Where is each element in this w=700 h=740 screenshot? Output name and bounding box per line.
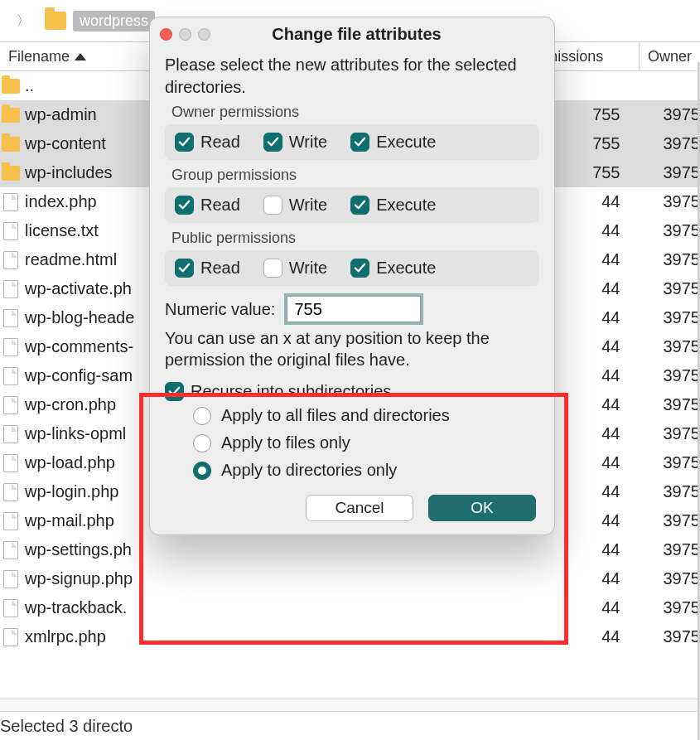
- file-perm: 755: [548, 163, 655, 182]
- file-name: xmlrpc.php: [25, 627, 548, 646]
- file-perm: 44: [548, 192, 655, 211]
- file-owner: 3975: [655, 308, 701, 327]
- file-icon: [3, 251, 18, 269]
- owner-execute-checkbox[interactable]: Execute: [350, 133, 436, 152]
- checkbox-label: Write: [289, 133, 327, 152]
- owner-permissions-label: Owner permissions: [171, 104, 539, 121]
- file-perm: 44: [548, 366, 655, 385]
- numeric-value-label: Numeric value:: [165, 300, 275, 319]
- file-owner: 3975: [655, 337, 701, 356]
- owner-write-checkbox[interactable]: Write: [263, 133, 327, 152]
- file-perm: 44: [548, 598, 655, 617]
- file-icon: [3, 599, 18, 617]
- folder-icon: [2, 79, 20, 94]
- file-perm: 44: [548, 540, 655, 559]
- file-owner: 3975: [655, 163, 701, 182]
- file-icon: [3, 628, 18, 646]
- file-perm: 44: [548, 482, 655, 501]
- ok-button[interactable]: OK: [428, 495, 536, 521]
- checkbox-icon: [175, 196, 194, 215]
- apply-dirs-radio[interactable]: Apply to directories only: [193, 461, 539, 480]
- checkbox-icon: [175, 133, 194, 152]
- checkbox-icon: [263, 259, 282, 278]
- checkbox-icon: [165, 382, 184, 401]
- file-perm: 44: [548, 250, 655, 269]
- file-owner: 3975: [655, 105, 701, 124]
- radio-icon: [193, 407, 211, 425]
- dialog-intro: Please select the new attributes for the…: [165, 54, 539, 99]
- header-owner[interactable]: Owner: [640, 42, 700, 70]
- dialog-title: Change file attributes: [210, 25, 544, 44]
- file-owner: 3975: [655, 598, 701, 617]
- group-read-checkbox[interactable]: Read: [175, 196, 240, 215]
- file-icon: [3, 193, 18, 211]
- chevron-right-icon: 〉: [17, 12, 30, 30]
- apply-all-radio[interactable]: Apply to all files and directories: [193, 406, 539, 425]
- sort-ascending-icon: [75, 53, 86, 60]
- file-icon: [3, 512, 18, 530]
- cancel-button[interactable]: Cancel: [306, 495, 413, 521]
- file-icon: [3, 454, 18, 472]
- file-owner: 3975: [655, 250, 701, 269]
- public-read-checkbox[interactable]: Read: [175, 259, 240, 278]
- radio-label: Apply to files only: [221, 433, 350, 452]
- file-owner: 3975: [655, 569, 701, 588]
- apply-files-radio[interactable]: Apply to files only: [193, 433, 539, 452]
- file-perm: 755: [548, 134, 655, 153]
- file-owner: 3975: [655, 192, 701, 211]
- minimize-icon: [179, 28, 191, 41]
- owner-read-checkbox[interactable]: Read: [175, 133, 240, 152]
- public-write-checkbox[interactable]: Write: [263, 259, 327, 278]
- table-row[interactable]: wp-signup.php443975: [0, 564, 700, 593]
- checkbox-icon: [350, 259, 369, 278]
- checkbox-icon: [263, 196, 282, 215]
- public-execute-checkbox[interactable]: Execute: [350, 259, 436, 278]
- file-icon: [3, 483, 18, 501]
- file-icon: [3, 541, 18, 559]
- file-perm: 44: [548, 424, 655, 443]
- folder-icon: [2, 166, 20, 181]
- table-row[interactable]: xmlrpc.php443975: [0, 622, 700, 651]
- recurse-checkbox[interactable]: Recurse into subdirectories: [165, 382, 539, 401]
- checkbox-icon: [175, 259, 194, 278]
- checkbox-label: Read: [200, 259, 240, 278]
- file-icon: [3, 396, 18, 414]
- file-icon: [3, 367, 18, 385]
- file-owner: 3975: [655, 395, 701, 414]
- file-name: wp-trackback.: [25, 598, 548, 617]
- group-permissions-box: ReadWriteExecute: [165, 187, 539, 223]
- file-perm: 44: [548, 511, 655, 530]
- group-execute-checkbox[interactable]: Execute: [350, 196, 436, 215]
- checkbox-label: Execute: [376, 196, 436, 215]
- owner-permissions-box: ReadWriteExecute: [165, 124, 539, 160]
- file-owner: 3975: [655, 279, 701, 298]
- folder-icon: [45, 12, 66, 30]
- file-owner: 3975: [655, 424, 701, 443]
- file-name: wp-signup.php: [25, 569, 548, 588]
- file-perm: 44: [548, 569, 655, 588]
- dialog-titlebar: Change file attributes: [150, 17, 554, 51]
- folder-icon: [2, 137, 20, 152]
- file-owner: 3975: [655, 482, 701, 501]
- checkbox-label: Read: [200, 196, 240, 215]
- public-permissions-label: Public permissions: [171, 230, 539, 247]
- radio-label: Apply to all files and directories: [221, 406, 450, 425]
- file-perm: 44: [548, 395, 655, 414]
- close-icon[interactable]: [160, 28, 172, 41]
- file-icon: [3, 280, 18, 298]
- checkbox-label: Execute: [376, 133, 436, 152]
- checkbox-icon: [263, 133, 282, 152]
- breadcrumb-folder[interactable]: wordpress: [73, 11, 155, 31]
- checkbox-label: Write: [289, 259, 327, 278]
- divider: [0, 699, 700, 712]
- file-owner: 3975: [655, 221, 701, 240]
- group-write-checkbox[interactable]: Write: [263, 196, 327, 215]
- table-row[interactable]: wp-trackback.443975: [0, 593, 700, 622]
- numeric-helper-text: You can use an x at any position to keep…: [165, 327, 539, 370]
- file-icon: [3, 309, 18, 327]
- file-perm: 44: [548, 337, 655, 356]
- numeric-value-input[interactable]: [287, 296, 421, 322]
- table-row[interactable]: wp-settings.ph443975: [0, 535, 700, 564]
- file-perm: 44: [548, 627, 655, 646]
- file-owner: 3975: [655, 627, 701, 646]
